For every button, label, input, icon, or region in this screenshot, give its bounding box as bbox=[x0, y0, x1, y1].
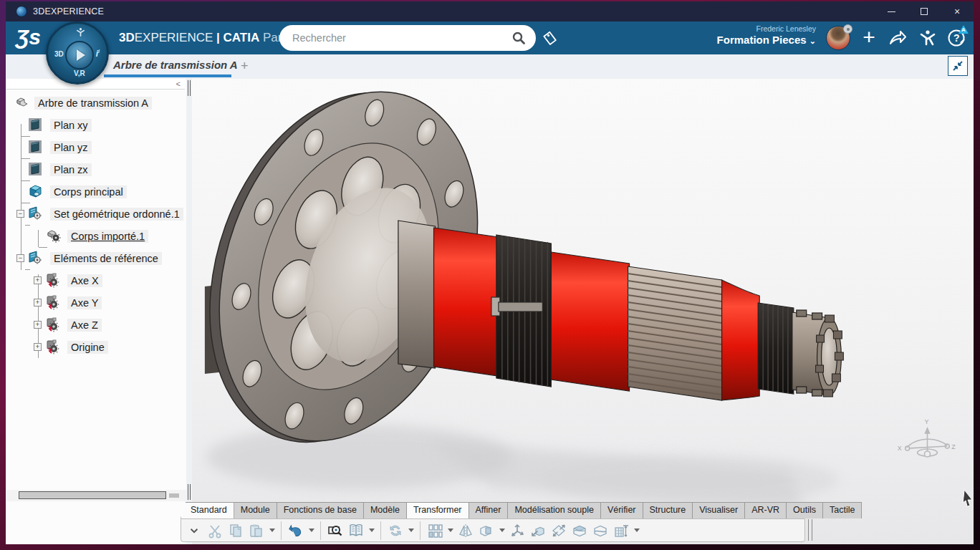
ribbon-tab-modele[interactable]: Modèle bbox=[363, 502, 407, 518]
expand-expander[interactable]: + bbox=[34, 343, 42, 351]
help-alert-badge: A bbox=[959, 25, 969, 34]
close-button[interactable]: × bbox=[941, 1, 974, 21]
cut-icon[interactable] bbox=[206, 522, 224, 539]
ribbon-tab-outils[interactable]: Outils bbox=[786, 502, 823, 518]
dassault-3ds-logo[interactable]: Ʒs bbox=[16, 26, 43, 50]
scrollbar-button[interactable] bbox=[169, 493, 179, 498]
collapse-expander[interactable]: − bbox=[16, 210, 24, 218]
undo-icon[interactable] bbox=[287, 522, 304, 539]
active-tab-indicator bbox=[104, 74, 231, 77]
ribbon-tab-fonctions-de-base[interactable]: Fonctions de base bbox=[277, 502, 364, 518]
paste-dropdown-caret[interactable] bbox=[269, 529, 275, 532]
divider-grip[interactable] bbox=[188, 484, 191, 500]
tree-item-elements-de-reference[interactable]: − Eléments de référence bbox=[6, 247, 186, 269]
new-tab-button[interactable]: + bbox=[241, 59, 249, 74]
update-icon[interactable] bbox=[387, 522, 404, 539]
catalog-dropdown-caret[interactable] bbox=[369, 529, 375, 532]
search-input[interactable] bbox=[292, 32, 511, 44]
tree-item-axe-x[interactable]: + Axe X bbox=[6, 269, 186, 291]
search-icon[interactable] bbox=[511, 31, 526, 45]
compass-vr-quadrant[interactable]: V,R bbox=[74, 69, 85, 77]
collapse-expander[interactable]: − bbox=[16, 254, 24, 262]
maximize-button[interactable] bbox=[908, 1, 941, 21]
specification-tree-panel: < Arbre de transmission A Plan xy bbox=[6, 79, 186, 544]
add-content-button[interactable]: + bbox=[859, 28, 879, 48]
compass-social-icon[interactable] bbox=[76, 27, 85, 39]
copy-icon[interactable] bbox=[227, 522, 244, 539]
measure-dropdown-caret[interactable] bbox=[634, 529, 640, 532]
shaft[interactable] bbox=[398, 221, 843, 400]
move-3d-axes-icon[interactable] bbox=[509, 522, 526, 539]
ribbon-tab-visualiser[interactable]: Visualiser bbox=[692, 502, 745, 518]
brand-separator: | bbox=[216, 31, 220, 44]
divider-grip[interactable] bbox=[188, 80, 191, 96]
tree-item-corps-importe[interactable]: Corps importé.1 bbox=[6, 225, 186, 247]
help-button[interactable]: ? A bbox=[946, 28, 966, 48]
press-pull-dropdown-caret[interactable] bbox=[499, 529, 505, 532]
ribbon-tab-ar-vr[interactable]: AR-VR bbox=[744, 502, 787, 518]
panel-resize-divider[interactable] bbox=[186, 79, 192, 544]
scale-icon[interactable] bbox=[550, 522, 567, 539]
ribbon-tab-tactile[interactable]: Tactile bbox=[822, 502, 862, 518]
mouse-cursor bbox=[963, 490, 972, 506]
translate-body-icon[interactable] bbox=[529, 522, 547, 539]
tree-item-axe-y[interactable]: + Axe Y bbox=[6, 291, 186, 314]
tree-item-plan-zx[interactable]: Plan zx bbox=[6, 158, 186, 180]
title-bar: 3DEXPERIENCE × bbox=[6, 1, 974, 21]
tree-item-root[interactable]: Arbre de transmission A bbox=[6, 92, 186, 114]
scrollbar-thumb[interactable] bbox=[19, 491, 166, 499]
expand-expander[interactable]: + bbox=[34, 299, 42, 307]
undo-dropdown-caret[interactable] bbox=[309, 529, 314, 532]
tree-item-set-geometrique[interactable]: − Set géométrique ordonné.1 bbox=[6, 203, 186, 225]
swym-community-button[interactable] bbox=[918, 28, 938, 48]
tree-scrollbar-horizontal[interactable] bbox=[6, 490, 186, 501]
search-bar[interactable] bbox=[279, 25, 536, 51]
tree-scrollbar-horizontal-top[interactable]: < bbox=[6, 79, 185, 90]
document-tab[interactable]: Arbre de transmission A bbox=[113, 59, 238, 71]
ribbon-tab-structure[interactable]: Structure bbox=[643, 502, 693, 518]
compass-3d-quadrant[interactable]: 3D bbox=[54, 50, 64, 58]
triad-x-label: X bbox=[898, 445, 902, 452]
mirror-icon[interactable] bbox=[457, 522, 474, 539]
ribbon-tab-transformer[interactable]: Transformer bbox=[406, 502, 469, 518]
pattern-dropdown-caret[interactable] bbox=[448, 529, 453, 532]
expand-expander[interactable]: + bbox=[34, 321, 42, 329]
3d-compass[interactable]: 3D ii V,R bbox=[46, 21, 109, 85]
pattern-grid-icon[interactable] bbox=[426, 522, 443, 539]
press-pull-icon[interactable] bbox=[478, 522, 495, 539]
panel-collapse-arrow[interactable]: < bbox=[176, 79, 181, 88]
ribbon-tab-module[interactable]: Module bbox=[234, 502, 277, 518]
tag-icon[interactable] bbox=[542, 30, 559, 47]
plane-icon bbox=[27, 139, 43, 155]
compass-play-button[interactable] bbox=[65, 41, 94, 69]
tree-item-origine[interactable]: + Origine bbox=[6, 336, 186, 358]
ribbon-scroll-handle[interactable] bbox=[808, 519, 812, 541]
paste-icon[interactable] bbox=[248, 522, 265, 539]
share-button[interactable] bbox=[888, 28, 908, 48]
tree-item-plan-xy[interactable]: Plan xy bbox=[6, 114, 186, 136]
triad-y-label: Y bbox=[925, 418, 929, 425]
ribbon-tab-verifier[interactable]: Vérifier bbox=[600, 502, 643, 518]
catalog-book-icon[interactable] bbox=[347, 522, 365, 539]
split-icon[interactable] bbox=[571, 522, 588, 539]
ribbon-tab-standard[interactable]: Standard bbox=[181, 502, 234, 518]
collapse-window-button[interactable] bbox=[948, 56, 968, 76]
expand-expander[interactable]: + bbox=[34, 276, 42, 284]
tree-item-axe-z[interactable]: + Axe Z bbox=[6, 314, 186, 336]
3d-viewport[interactable]: Y X Z bbox=[192, 79, 974, 544]
user-menu[interactable]: Frederic Lenesley Formation Pieces ⌄ bbox=[717, 24, 816, 47]
avatar[interactable] bbox=[826, 26, 850, 50]
measure-inertia-icon[interactable] bbox=[612, 522, 630, 539]
trim-icon[interactable] bbox=[592, 522, 609, 539]
minimize-button[interactable] bbox=[875, 1, 908, 21]
ribbon-tab-modelisation-souple[interactable]: Modélisation souple bbox=[507, 502, 601, 518]
compass-info-quadrant[interactable]: ii bbox=[96, 49, 100, 59]
ribbon-tab-affiner[interactable]: Affiner bbox=[469, 502, 509, 518]
tree-item-plan-yz[interactable]: Plan yz bbox=[6, 136, 186, 158]
zoom-area-icon[interactable] bbox=[327, 522, 344, 539]
tree-item-corps-principal[interactable]: Corps principal bbox=[6, 180, 186, 203]
update-dropdown-caret[interactable] bbox=[408, 529, 414, 532]
ribbon-tab-row: Standard Module Fonctions de base Modèle… bbox=[181, 502, 805, 518]
menu-chevron-icon[interactable] bbox=[186, 522, 203, 539]
axis-triad[interactable] bbox=[905, 428, 950, 457]
